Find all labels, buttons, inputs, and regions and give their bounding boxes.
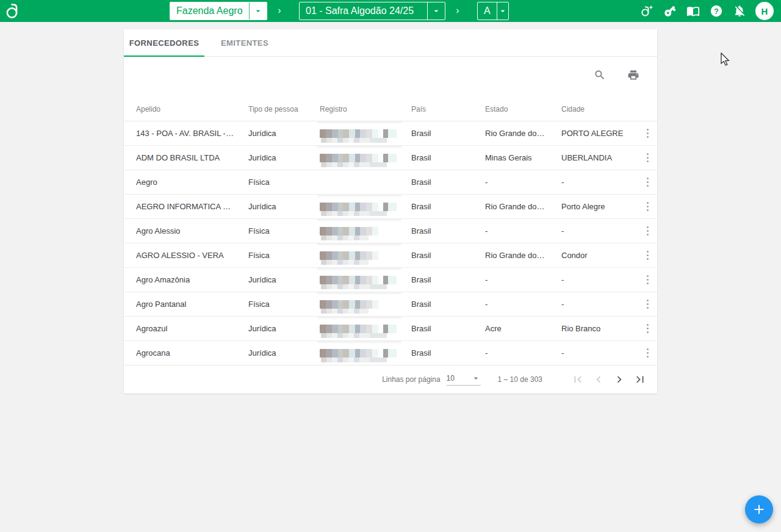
- tab-bar: FORNECEDORES EMITENTES: [124, 29, 657, 57]
- app-bar: Fazenda Aegro 01 - Safra Algodão 24/25 A: [0, 0, 781, 22]
- cell-pais: Brasil: [401, 316, 475, 340]
- print-icon[interactable]: [625, 66, 642, 84]
- cell-actions: [633, 316, 657, 340]
- row-menu-icon[interactable]: [642, 251, 652, 260]
- cell-registro: [310, 194, 401, 218]
- cell-estado: -: [475, 267, 552, 292]
- col-actions: [633, 98, 657, 121]
- cell-cidade: UBERLANDIA: [552, 145, 633, 170]
- cell-registro: [310, 340, 401, 365]
- cell-actions: [633, 218, 657, 243]
- farm-dropdown[interactable]: Fazenda Aegro: [170, 2, 267, 20]
- cell-tipo: Física: [239, 170, 310, 194]
- table-row[interactable]: AEGRO INFORMATICA LIMITA… Jurídica Brasi…: [124, 194, 657, 218]
- cell-apelido: Agro Pantanal: [124, 292, 239, 316]
- last-page-button[interactable]: [633, 372, 647, 387]
- search-icon[interactable]: [591, 66, 608, 84]
- table-row[interactable]: Agroazul Jurídica Brasil Acre Rio Branco: [124, 316, 657, 340]
- table-row[interactable]: Agro Pantanal Física Brasil - -: [124, 292, 657, 316]
- svg-text:?: ?: [714, 7, 719, 16]
- cell-cidade: Porto Alegre: [552, 194, 633, 218]
- key-icon[interactable]: [663, 4, 677, 18]
- table-header-row: Apelido Tipo de pessoa Registro País Est…: [124, 98, 657, 121]
- cell-estado: Rio Grande do Sul: [475, 121, 552, 145]
- cell-actions: [633, 267, 657, 292]
- row-menu-icon[interactable]: [642, 348, 652, 358]
- row-menu-icon[interactable]: [642, 275, 652, 284]
- cell-estado: -: [475, 292, 552, 316]
- farm-dropdown-label: Fazenda Aegro: [170, 5, 249, 16]
- add-button[interactable]: [745, 495, 773, 523]
- cell-pais: Brasil: [401, 145, 475, 170]
- table-row[interactable]: Agro Amazônia Jurídica Brasil - -: [124, 267, 657, 292]
- cell-apelido: 143 - POA - AV. BRASIL - RS: [124, 121, 239, 145]
- cell-tipo: Jurídica: [239, 340, 310, 365]
- row-menu-icon[interactable]: [642, 153, 652, 162]
- table-row[interactable]: Agro Alessio Física Brasil - -: [124, 218, 657, 243]
- plot-dropdown[interactable]: A: [477, 2, 509, 20]
- row-menu-icon[interactable]: [642, 300, 652, 309]
- tab-emitentes[interactable]: EMITENTES: [204, 29, 285, 56]
- rows-per-page-select[interactable]: 10: [447, 373, 481, 386]
- cell-apelido: Agroazul: [124, 316, 239, 340]
- table-row[interactable]: ADM DO BRASIL LTDA Jurídica Brasil Minas…: [124, 145, 657, 170]
- add-farm-icon[interactable]: [639, 4, 654, 18]
- chevron-right-icon: [275, 7, 284, 15]
- cell-estado: Rio Grande do Sul: [475, 243, 552, 267]
- cell-actions: [633, 145, 657, 170]
- cell-estado: -: [475, 170, 552, 194]
- pagination-range: 1 – 10 de 303: [498, 375, 542, 384]
- cell-estado: Minas Gerais: [475, 145, 552, 170]
- col-registro: Registro: [310, 98, 401, 121]
- col-estado: Estado: [475, 98, 552, 121]
- first-page-button[interactable]: [570, 372, 585, 387]
- cell-apelido: ADM DO BRASIL LTDA: [124, 145, 239, 170]
- cell-registro: [310, 243, 401, 267]
- aegro-logo-icon[interactable]: [5, 2, 21, 22]
- cell-cidade: Condor: [552, 243, 633, 267]
- table-row[interactable]: 143 - POA - AV. BRASIL - RS Jurídica Bra…: [124, 121, 657, 145]
- cell-tipo: Física: [239, 218, 310, 243]
- cell-apelido: Agro Alessio: [124, 218, 239, 243]
- row-menu-icon[interactable]: [642, 226, 652, 235]
- cell-apelido: Agro Amazônia: [124, 267, 239, 292]
- cell-registro: [310, 145, 401, 170]
- season-dropdown[interactable]: 01 - Safra Algodão 24/25: [299, 2, 445, 20]
- cell-actions: [633, 243, 657, 267]
- prev-page-button[interactable]: [591, 372, 606, 387]
- help-icon[interactable]: ?: [709, 4, 724, 18]
- row-menu-icon[interactable]: [642, 178, 652, 187]
- season-dropdown-label: 01 - Safra Algodão 24/25: [300, 5, 427, 16]
- tab-fornecedores[interactable]: FORNECEDORES: [124, 29, 204, 56]
- table-row[interactable]: Aegro Física Brasil - -: [124, 170, 657, 194]
- next-page-button[interactable]: [612, 372, 627, 387]
- caret-down-icon: [497, 6, 508, 16]
- row-menu-icon[interactable]: [642, 129, 652, 138]
- book-icon[interactable]: [686, 4, 700, 18]
- cell-estado: -: [475, 340, 552, 365]
- cell-pais: Brasil: [401, 170, 475, 194]
- cell-estado: Rio Grande do Sul: [475, 194, 552, 218]
- notifications-off-icon[interactable]: [732, 4, 747, 18]
- suppliers-card: FORNECEDORES EMITENTES Apelido Tipo de p…: [124, 29, 657, 394]
- row-menu-icon[interactable]: [642, 202, 652, 211]
- cell-cidade: -: [552, 218, 633, 243]
- cell-cidade: -: [552, 267, 633, 292]
- app-bar-actions: ? H: [639, 0, 774, 22]
- plot-dropdown-label: A: [478, 5, 497, 16]
- cell-pais: Brasil: [401, 292, 475, 316]
- cell-registro: [310, 170, 401, 194]
- cell-tipo: Jurídica: [239, 194, 310, 218]
- cell-cidade: Rio Branco: [552, 316, 633, 340]
- table-row[interactable]: AGRO ALESSIO - VERA Física Brasil Rio Gr…: [124, 243, 657, 267]
- chevron-right-icon: [453, 7, 462, 15]
- cell-actions: [633, 340, 657, 365]
- row-menu-icon[interactable]: [642, 324, 652, 333]
- cell-tipo: Jurídica: [239, 121, 310, 145]
- cell-pais: Brasil: [401, 243, 475, 267]
- cell-actions: [633, 121, 657, 145]
- breadcrumb: Fazenda Aegro 01 - Safra Algodão 24/25 A: [170, 0, 509, 22]
- cell-registro: [310, 121, 401, 145]
- table-row[interactable]: Agrocana Jurídica Brasil - -: [124, 340, 657, 365]
- avatar[interactable]: H: [755, 2, 774, 20]
